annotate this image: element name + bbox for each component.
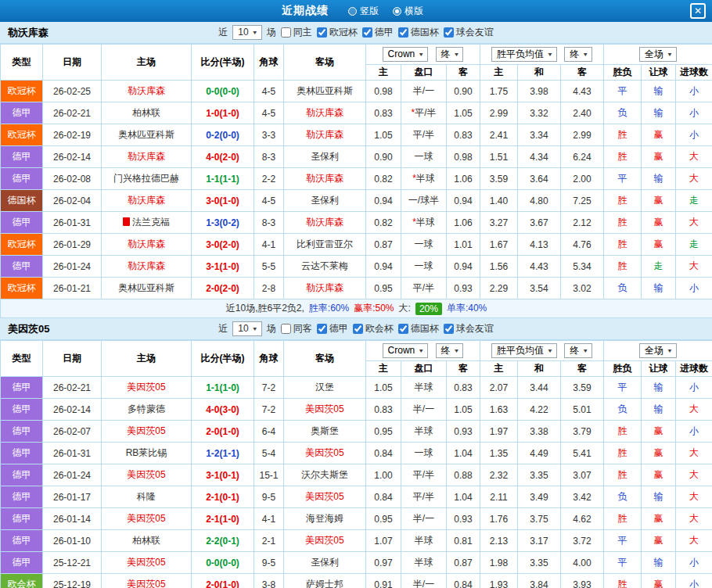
same-home-checkbox[interactable] — [281, 27, 291, 38]
match-scope-select[interactable]: 全场▼ — [639, 47, 677, 62]
match-date: 26-01-29 — [43, 234, 102, 256]
match-date: 26-02-14 — [43, 399, 102, 421]
match-count-value: 10 — [238, 323, 248, 335]
score: 0-0(0-0) — [192, 552, 254, 574]
league-badge: 德甲 — [1, 464, 43, 486]
result-group: 全场▼ — [604, 341, 712, 361]
layout-vertical-radio[interactable]: 竖版 — [348, 5, 379, 18]
chevron-down-icon: ▼ — [252, 324, 258, 335]
score: 3-1(1-0) — [192, 256, 254, 278]
euro-home-odds: 2.29 — [480, 278, 518, 299]
filter-option-league-1[interactable]: 欧冠杯 — [317, 26, 358, 39]
bookmaker-value: Crown — [388, 345, 415, 357]
match-scope-select[interactable]: 全场▼ — [639, 343, 677, 358]
scope-value: 全场 — [645, 48, 663, 60]
result-wdl: 负 — [604, 486, 642, 508]
league-checkbox[interactable] — [317, 324, 327, 334]
match-count-select[interactable]: 10 ▼ — [232, 25, 261, 40]
close-icon[interactable]: ✕ — [690, 3, 706, 19]
handicap-star-icon: * — [411, 107, 415, 118]
euro-away-odds: 4.76 — [561, 234, 604, 256]
result-goals: 走 — [676, 234, 712, 256]
asia-handicap: 半/一 — [401, 508, 447, 530]
asia-final-select[interactable]: 终▼ — [436, 343, 464, 358]
euro-avg-select[interactable]: 胜平负均值▼ — [491, 47, 557, 62]
away-team: 云达不莱梅 — [284, 256, 366, 278]
asia-away-odds: 0.83 — [447, 377, 480, 399]
filter-option-league-2[interactable]: 欧会杯 — [353, 322, 394, 335]
asia-home-odds: 0.94 — [366, 256, 401, 278]
euro-away-odds: 3.42 — [561, 486, 604, 508]
result-wdl: 平 — [604, 377, 642, 399]
euro-draw-odds: 4.49 — [518, 443, 561, 464]
asia-home-odds: 0.95 — [366, 508, 401, 530]
match-count-value: 10 — [238, 27, 248, 38]
euro-home-odds: 1.35 — [480, 443, 518, 464]
result-goals: 大 — [676, 399, 712, 421]
corners: 3-3 — [254, 124, 284, 146]
euro-final-select[interactable]: 终▼ — [564, 47, 592, 62]
euro-away-odds: 3.02 — [561, 278, 604, 299]
bookmaker-select[interactable]: Crown▼ — [383, 47, 429, 62]
filter-option-league-4[interactable]: 球会友谊 — [444, 322, 494, 335]
filter-option-league-2[interactable]: 德甲 — [362, 26, 394, 39]
match-row: 德甲26-02-14多特蒙德4-0(3-0)7-2美因茨050.83半/一1.0… — [1, 399, 712, 421]
same-away-checkbox[interactable] — [281, 324, 291, 334]
col-header-euro-draw: 和 — [518, 361, 561, 377]
match-row: 欧冠杯26-02-25勒沃库森0-0(0-0)4-5奥林匹亚科斯0.98半/一0… — [1, 81, 712, 102]
final-value: 终 — [570, 48, 579, 60]
filter-option-league-3[interactable]: 德国杯 — [398, 322, 439, 335]
league-checkbox[interactable] — [362, 27, 372, 38]
asia-odds-group: Crown▼ 终▼ — [366, 45, 480, 65]
handicap-star-icon: * — [412, 173, 416, 184]
match-count-select[interactable]: 10 ▼ — [232, 321, 261, 336]
asia-handicap: 平/半 — [401, 278, 447, 299]
euro-away-odds: 2.12 — [561, 212, 604, 234]
league-checkbox[interactable] — [444, 324, 454, 334]
col-header-handicap-result: 让球 — [642, 65, 676, 81]
corners: 5-4 — [254, 443, 284, 464]
col-header-handicap-result: 让球 — [642, 361, 676, 377]
euro-final-select[interactable]: 终▼ — [564, 343, 592, 358]
score: 2-0(1-0) — [192, 421, 254, 443]
filter-option-same-home[interactable]: 同主 — [281, 26, 312, 39]
asia-home-odds: 0.91 — [366, 574, 401, 588]
result-goals: 走 — [676, 190, 712, 212]
match-row: 欧冠杯26-01-29勒沃库森3-0(2-0)4-1比利亚雷亚尔0.87一球1.… — [1, 234, 712, 256]
filter-option-league-3[interactable]: 德国杯 — [398, 26, 439, 39]
league-checkbox[interactable] — [317, 27, 327, 38]
result-goals: 小 — [676, 421, 712, 443]
col-header-handicap: 盘口 — [401, 361, 447, 377]
result-handicap: 输 — [642, 377, 676, 399]
league-checkbox[interactable] — [444, 27, 454, 38]
league-checkbox[interactable] — [398, 324, 408, 334]
result-goals: 大 — [676, 530, 712, 552]
result-handicap: 输 — [642, 102, 676, 124]
result-handicap: 输 — [642, 552, 676, 574]
col-header-euro-home: 主 — [480, 361, 518, 377]
away-team: 勒沃库森 — [284, 102, 366, 124]
filter-option-league-4[interactable]: 球会友谊 — [444, 26, 494, 39]
asia-away-odds: 1.01 — [447, 234, 480, 256]
league-checkbox[interactable] — [398, 27, 408, 38]
match-date: 26-02-19 — [43, 124, 102, 146]
euro-draw-odds: 3.64 — [518, 168, 561, 190]
layout-horizontal-radio[interactable]: 横版 — [393, 5, 423, 18]
league-checkbox[interactable] — [353, 324, 363, 334]
col-header-score: 比分(半场) — [192, 45, 254, 81]
col-header-euro-home: 主 — [480, 65, 518, 81]
euro-avg-select[interactable]: 胜平负均值▼ — [491, 343, 557, 358]
asia-away-odds: 0.90 — [447, 81, 480, 102]
asia-away-odds: 0.87 — [447, 552, 480, 574]
chevron-down-icon: ▼ — [418, 49, 424, 60]
asia-final-select[interactable]: 终▼ — [436, 47, 464, 62]
filter-option-same-away[interactable]: 同客 — [281, 322, 312, 335]
match-date: 26-02-04 — [43, 190, 102, 212]
euro-draw-odds: 4.22 — [518, 399, 561, 421]
bookmaker-value: Crown — [388, 48, 415, 60]
filter-option-league-1[interactable]: 德甲 — [317, 322, 348, 335]
match-row: 欧冠杯26-01-21奥林匹亚科斯2-0(2-0)2-8勒沃库森0.95平/半0… — [1, 278, 712, 299]
euro-draw-odds: 3.84 — [518, 574, 561, 588]
euro-home-odds: 1.98 — [480, 552, 518, 574]
bookmaker-select[interactable]: Crown▼ — [383, 343, 429, 358]
